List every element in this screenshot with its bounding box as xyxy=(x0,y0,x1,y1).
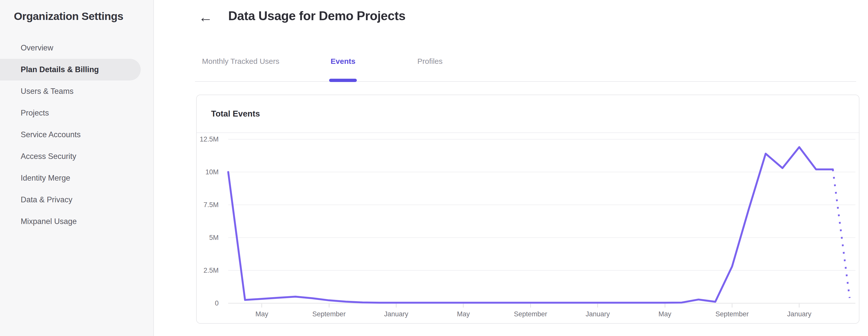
x-axis-label: May xyxy=(658,310,672,318)
y-axis-label: 10M xyxy=(205,168,219,176)
organization-settings-page: Organization Settings OverviewPlan Detai… xyxy=(0,0,868,336)
events-line-dotted-segment xyxy=(833,170,850,298)
sidebar-item-access-security[interactable]: Access Security xyxy=(0,146,141,167)
y-axis-label: 5M xyxy=(209,234,219,241)
tab-monthly-tracked-users[interactable]: Monthly Tracked Users xyxy=(202,57,279,66)
card-header: Total Events xyxy=(197,95,859,133)
sidebar-item-mixpanel-usage[interactable]: Mixpanel Usage xyxy=(0,211,141,232)
tab-profiles[interactable]: Profiles xyxy=(417,57,442,66)
card-title: Total Events xyxy=(211,109,260,119)
x-axis-label: January xyxy=(787,310,811,318)
y-axis-label: 0 xyxy=(215,299,219,307)
x-axis-label: May xyxy=(457,310,470,318)
x-axis-label: January xyxy=(586,310,610,318)
y-axis-label: 2.5M xyxy=(204,267,219,274)
usage-tabs: Monthly Tracked UsersEventsProfiles xyxy=(195,51,856,82)
active-tab-underline xyxy=(329,79,357,82)
x-axis-label: September xyxy=(514,310,547,318)
x-axis-label: January xyxy=(384,310,408,318)
total-events-card: Total Events 02.5M5M7.5M10M12.5MMaySepte… xyxy=(196,95,860,324)
sidebar-item-plan-details-and-billing[interactable]: Plan Details & Billing xyxy=(0,59,141,81)
events-line-chart-svg: 02.5M5M7.5M10M12.5MMaySeptemberJanuaryMa… xyxy=(197,133,859,323)
sidebar-title: Organization Settings xyxy=(14,10,145,23)
y-axis-label: 12.5M xyxy=(200,135,219,143)
page-title: Data Usage for Demo Projects xyxy=(228,8,405,23)
sidebar-item-overview[interactable]: Overview xyxy=(0,37,141,59)
sidebar-item-service-accounts[interactable]: Service Accounts xyxy=(0,124,141,146)
x-axis-label: May xyxy=(255,310,269,318)
events-line-series xyxy=(228,147,833,303)
sidebar-item-projects[interactable]: Projects xyxy=(0,102,141,124)
sidebar-item-data-and-privacy[interactable]: Data & Privacy xyxy=(0,189,141,211)
settings-sidebar: Organization Settings OverviewPlan Detai… xyxy=(0,0,154,336)
sidebar-item-identity-merge[interactable]: Identity Merge xyxy=(0,167,141,189)
back-arrow-icon: ← xyxy=(198,9,213,25)
tab-events[interactable]: Events xyxy=(331,57,355,66)
x-axis-label: September xyxy=(715,310,749,318)
sidebar-nav: OverviewPlan Details & BillingUsers & Te… xyxy=(0,37,154,232)
total-events-chart: 02.5M5M7.5M10M12.5MMaySeptemberJanuaryMa… xyxy=(197,133,859,323)
y-axis-label: 7.5M xyxy=(204,201,219,209)
x-axis-label: September xyxy=(312,310,346,318)
back-button[interactable]: ← xyxy=(197,8,214,25)
sidebar-item-users-and-teams[interactable]: Users & Teams xyxy=(0,81,141,102)
